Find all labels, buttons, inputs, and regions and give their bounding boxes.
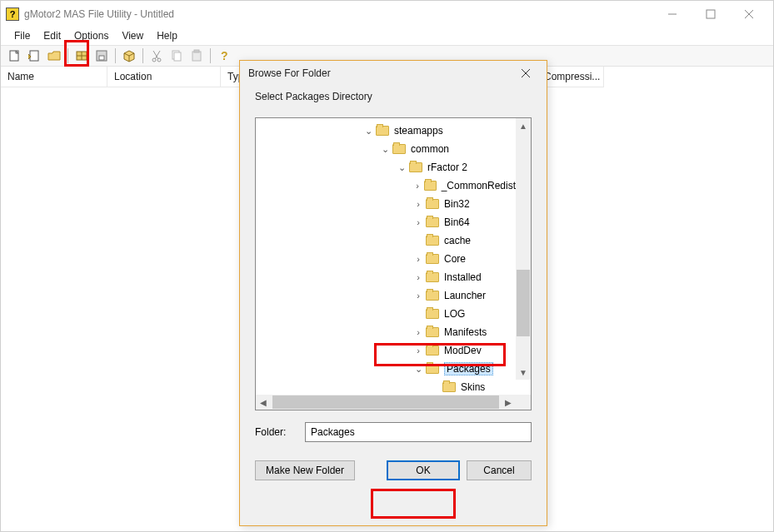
toolbar-separator: [210, 48, 211, 63]
chevron-right-icon[interactable]: ›: [412, 254, 424, 264]
app-icon: ?: [6, 7, 19, 21]
folder-label: Folder:: [255, 426, 305, 438]
tree-node-label: _CommonRedist: [442, 180, 516, 191]
menu-help[interactable]: Help: [150, 28, 184, 43]
ok-button[interactable]: OK: [387, 460, 460, 480]
tree-node[interactable]: Skins: [256, 378, 516, 395]
tree-node[interactable]: ›_CommonRedist: [256, 177, 516, 195]
col-compression[interactable]: Compressi...: [537, 67, 604, 87]
chevron-down-icon[interactable]: ⌄: [362, 126, 374, 137]
minimize-icon: [667, 9, 677, 19]
tree-node[interactable]: ⌄Packages: [256, 360, 516, 378]
open-folder-icon: [47, 49, 61, 62]
tree-node[interactable]: ⌄rFactor 2: [256, 158, 516, 177]
folder-icon: [426, 346, 439, 355]
help-button[interactable]: ?: [215, 47, 233, 65]
tree-node-label: Core: [444, 253, 466, 265]
dialog-buttons: Make New Folder OK Cancel: [240, 442, 547, 492]
chevron-right-icon[interactable]: ›: [412, 217, 424, 227]
col-location[interactable]: Location: [107, 67, 221, 87]
chevron-right-icon[interactable]: ›: [412, 181, 422, 191]
dialog-close-button[interactable]: [513, 61, 538, 86]
folder-icon: [426, 199, 439, 209]
horizontal-scrollbar[interactable]: ◀ ▶: [256, 395, 531, 410]
new-file-icon: [7, 49, 21, 62]
tree-node-label: common: [411, 143, 449, 155]
folder-tree-inner[interactable]: ⌄steamapps⌄common⌄rFactor 2›_CommonRedis…: [256, 118, 516, 395]
close-button[interactable]: [730, 2, 768, 27]
close-icon: [521, 68, 531, 78]
tree-node-label: rFactor 2: [427, 162, 467, 173]
tree-node[interactable]: ›Bin32: [256, 195, 516, 213]
col-name[interactable]: Name: [1, 67, 107, 87]
copy-button[interactable]: [167, 47, 186, 65]
tree-node[interactable]: ›Launcher: [256, 286, 516, 305]
tree-node[interactable]: ›Manifests: [256, 323, 516, 341]
folder-icon: [426, 236, 439, 246]
chevron-right-icon[interactable]: ›: [412, 346, 424, 355]
scroll-left-arrow-icon[interactable]: ◀: [256, 395, 271, 410]
menubar: File Edit Options View Help: [1, 27, 773, 45]
scroll-up-arrow-icon[interactable]: ▲: [516, 118, 531, 133]
dialog-title: Browse For Folder: [248, 67, 331, 79]
app-window: ? gMotor2 MAS File Utility - Untitled Fi…: [0, 0, 774, 532]
tree-node[interactable]: ⌄steamapps: [256, 122, 516, 140]
tree-node[interactable]: ⌄common: [256, 140, 516, 158]
minimize-button[interactable]: [653, 2, 692, 27]
chevron-down-icon[interactable]: ⌄: [412, 364, 424, 375]
box-button[interactable]: [120, 47, 138, 65]
tree-node[interactable]: ›Core: [256, 250, 516, 268]
open-button[interactable]: [45, 47, 63, 65]
menu-view[interactable]: View: [115, 28, 150, 43]
chevron-down-icon[interactable]: ⌄: [379, 144, 391, 155]
copy-icon: [170, 49, 183, 62]
tree-node[interactable]: ›Installed: [256, 268, 516, 286]
tree-node[interactable]: ›ModDev: [256, 341, 516, 360]
chevron-right-icon[interactable]: ›: [412, 199, 424, 209]
tree-node-label: Installed: [444, 271, 482, 283]
folder-icon: [426, 364, 439, 374]
scroll-right-arrow-icon[interactable]: ▶: [501, 395, 516, 410]
toolbar-separator: [115, 48, 116, 63]
tree-node-label: ModDev: [444, 345, 482, 356]
svg-rect-5: [30, 51, 38, 61]
add-file-icon: [27, 49, 41, 62]
tree-node-label: Launcher: [444, 290, 486, 301]
disk-button[interactable]: [92, 47, 111, 65]
toolbar-separator: [67, 48, 68, 63]
tree-node-label: LOG: [444, 308, 465, 320]
chevron-right-icon[interactable]: ›: [412, 291, 424, 301]
scroll-down-arrow-icon[interactable]: ▼: [516, 365, 531, 380]
dialog-instruction: Select Packages Directory: [240, 86, 547, 102]
add-button[interactable]: [25, 47, 43, 65]
folder-icon: [426, 217, 439, 227]
tree-node-label: steamapps: [394, 125, 443, 137]
tree-node[interactable]: LOG: [256, 305, 516, 323]
cancel-button[interactable]: Cancel: [467, 460, 532, 480]
menu-file[interactable]: File: [7, 28, 37, 43]
make-new-folder-button[interactable]: Make New Folder: [255, 460, 355, 480]
folder-icon: [426, 272, 439, 282]
vertical-scroll-thumb[interactable]: [517, 270, 530, 336]
tree-node[interactable]: cache: [256, 231, 516, 250]
tree-node-label: Manifests: [444, 326, 487, 338]
maximize-button[interactable]: [692, 2, 730, 27]
cut-button[interactable]: [147, 47, 166, 65]
horizontal-scroll-thumb[interactable]: [272, 395, 499, 409]
tree-node-label: Bin64: [444, 216, 470, 228]
menu-edit[interactable]: Edit: [37, 28, 67, 43]
paste-button[interactable]: [187, 47, 206, 65]
chevron-right-icon[interactable]: ›: [412, 327, 424, 337]
new-button[interactable]: [5, 47, 23, 65]
tree-node[interactable]: ›Bin64: [256, 213, 516, 231]
package-button[interactable]: [72, 47, 91, 65]
folder-icon: [409, 162, 422, 172]
menu-options[interactable]: Options: [67, 28, 115, 43]
vertical-scrollbar[interactable]: ▲ ▼: [516, 118, 531, 380]
folder-icon: [376, 126, 389, 136]
chevron-right-icon[interactable]: ›: [412, 272, 424, 282]
maximize-icon: [706, 9, 716, 19]
folder-icon: [426, 254, 439, 264]
chevron-down-icon[interactable]: ⌄: [396, 162, 407, 173]
folder-input[interactable]: [305, 422, 532, 442]
